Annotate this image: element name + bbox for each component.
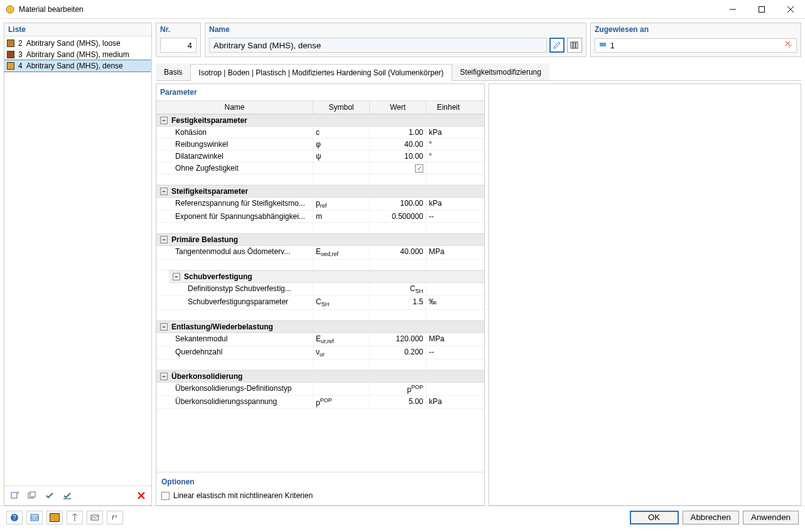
color-swatch-icon	[50, 513, 60, 522]
group-ueber[interactable]: −Überkonsolidierung	[156, 370, 484, 383]
blank-row	[156, 223, 484, 233]
name-label: Name	[205, 23, 586, 36]
help-button[interactable]: ?	[6, 511, 23, 524]
collapse-icon[interactable]: −	[160, 188, 168, 195]
list-item[interactable]: 3 Abritrary Sand (MHS), medium	[4, 49, 151, 60]
param-row[interactable]: Tangentenmodul aus Ödometerv...Eoed,ref4…	[156, 246, 484, 259]
ok-button[interactable]: OK	[630, 511, 679, 524]
group-schub[interactable]: −Schubverfestigung	[169, 270, 484, 283]
linear-label: Linear elastisch mit nichtlinearen Krite…	[173, 491, 313, 500]
param-row[interactable]: Kohäsionc1.00kPa	[156, 127, 484, 139]
param-row[interactable]: Exponent für Spannungsabhängigkei...m0.5…	[156, 211, 484, 223]
param-row[interactable]: Querdehnzahlνur0.200--	[156, 346, 484, 359]
svg-rect-2	[759, 6, 765, 12]
blank-row	[156, 260, 484, 270]
list-item-label: Abritrary Sand (MHS), medium	[26, 50, 129, 59]
color-swatch	[7, 40, 14, 47]
name-input[interactable]	[209, 38, 547, 53]
preview-panel	[489, 83, 801, 506]
tabs: Basis Isotrop | Boden | Plastisch | Modi…	[156, 63, 801, 81]
svg-text:★: ★	[16, 491, 19, 496]
param-row[interactable]: SchubverfestigungsparameterCSH1.5‰	[156, 296, 484, 309]
blank-row	[156, 310, 484, 321]
titlebar: Material bearbeiten	[0, 0, 805, 19]
svg-rect-13	[573, 42, 575, 48]
list-item[interactable]: 4 Abritrary Sand (MHS), dense	[4, 60, 151, 72]
group-steifigkeit[interactable]: −Steifigkeitsparameter	[156, 185, 484, 198]
apply-button[interactable]: Anwenden	[743, 511, 799, 524]
blank-row	[156, 359, 484, 370]
check-selected-button[interactable]	[60, 489, 75, 503]
col-name: Name	[156, 101, 313, 114]
assigned-panel: Zugewiesen an 1	[590, 23, 801, 57]
group-festigkeit[interactable]: −Festigkeitsparameter	[156, 114, 484, 127]
collapse-icon[interactable]: −	[160, 117, 168, 124]
checkbox-zugfestigkeit[interactable]: ✓	[415, 164, 423, 173]
list-toolbar: ★	[4, 486, 151, 505]
param-row[interactable]: Ohne Zugfestigkeit✓	[156, 162, 484, 174]
compare-button[interactable]	[67, 511, 83, 524]
col-symbol: Symbol	[313, 101, 370, 114]
function-button[interactable]: fx	[107, 511, 123, 524]
color-button[interactable]	[46, 511, 63, 524]
delete-button[interactable]	[134, 489, 149, 503]
svg-text:f: f	[112, 514, 114, 521]
units-button[interactable]: 0,00	[26, 511, 43, 524]
copy-button[interactable]	[24, 489, 40, 503]
collapse-icon[interactable]: −	[160, 236, 168, 243]
chart-button[interactable]	[87, 511, 103, 524]
param-row[interactable]: Reibungswinkelφ40.00°	[156, 139, 484, 151]
param-row[interactable]: Referenzspannung für Steifigkeitsmo...pr…	[156, 198, 484, 211]
tab-steifigkeit[interactable]: Steifigkeitsmodifizierung	[452, 63, 549, 80]
name-block: Name	[205, 23, 586, 57]
params-title: Parameter	[156, 84, 484, 100]
assigned-row[interactable]: 1	[595, 38, 797, 53]
color-swatch	[7, 51, 14, 58]
remove-assignment-icon[interactable]	[785, 41, 792, 50]
param-row[interactable]: SekantenmodulEur,ref120.000MPa	[156, 333, 484, 346]
tab-isotrop[interactable]: Isotrop | Boden | Plastisch | Modifizier…	[190, 64, 451, 81]
minimize-button[interactable]	[718, 0, 747, 19]
tab-basis[interactable]: Basis	[156, 63, 190, 80]
list-item-nr: 4	[18, 61, 23, 70]
svg-rect-15	[600, 43, 606, 46]
col-value: Wert	[370, 101, 426, 114]
param-row[interactable]: Definitionstyp Schubverfestig...CSH	[156, 283, 484, 296]
collapse-icon[interactable]: −	[160, 373, 168, 380]
svg-rect-9	[63, 498, 71, 499]
list-item-nr: 2	[18, 39, 23, 48]
blank-row	[156, 174, 484, 185]
svg-text:0,00: 0,00	[31, 516, 39, 520]
param-row[interactable]: ÜberkonsolidierungsspannungpPOP5.00kPa	[156, 396, 484, 409]
param-row[interactable]: Dilatanzwinkelψ10.00°	[156, 151, 484, 162]
list-item-nr: 3	[18, 50, 23, 59]
footer: ? 0,00 fx OK Abbrechen Anwenden	[0, 506, 805, 528]
library-button[interactable]	[567, 38, 582, 53]
options-section: Optionen Linear elastisch mit nichtlinea…	[156, 472, 484, 505]
color-swatch	[7, 62, 14, 70]
maximize-button[interactable]	[747, 0, 776, 19]
options-title: Optionen	[161, 477, 479, 486]
app-icon	[5, 4, 15, 14]
svg-rect-12	[571, 42, 573, 48]
group-entlastung[interactable]: −Entlastung/Wiederbelastung	[156, 321, 484, 333]
collapse-icon[interactable]: −	[160, 323, 168, 331]
material-list: 2 Abritrary Sand (MHS), loose 3 Abritrar…	[4, 36, 151, 486]
assigned-title: Zugewiesen an	[591, 23, 801, 36]
grid-header: Name Symbol Wert Einheit	[156, 100, 484, 114]
svg-rect-14	[576, 42, 578, 48]
edit-name-button[interactable]	[549, 38, 565, 53]
svg-text:?: ?	[13, 514, 16, 521]
close-button[interactable]	[776, 0, 805, 19]
param-row[interactable]: Überkonsolidierungs-DefinitionstyppPOP	[156, 383, 484, 396]
cancel-button[interactable]: Abbrechen	[683, 511, 739, 524]
new-button[interactable]: ★	[7, 489, 22, 503]
check-all-button[interactable]	[42, 489, 57, 503]
linear-checkbox[interactable]	[161, 492, 170, 500]
list-item[interactable]: 2 Abritrary Sand (MHS), loose	[4, 38, 151, 49]
window-title: Material bearbeiten	[19, 5, 718, 14]
assigned-icon	[599, 41, 607, 50]
collapse-icon[interactable]: −	[173, 273, 180, 280]
group-primar[interactable]: −Primäre Belastung	[156, 233, 484, 246]
nr-input[interactable]	[160, 38, 197, 53]
